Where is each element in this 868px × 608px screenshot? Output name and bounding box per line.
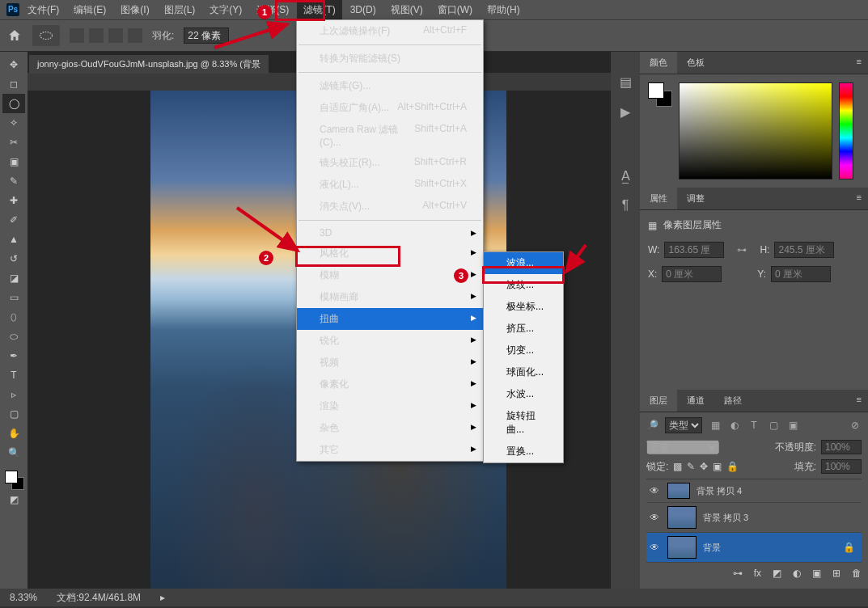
distort-menu-item[interactable]: 旋转扭曲... <box>484 405 563 441</box>
fill-input[interactable] <box>821 459 862 474</box>
filter-menu-item[interactable]: Camera Raw 滤镜(C)...Shift+Ctrl+A <box>297 119 483 152</box>
dodge-tool-icon[interactable]: ⬭ <box>2 327 25 346</box>
distort-menu-item[interactable]: 切变... <box>484 340 563 361</box>
x-input[interactable] <box>662 266 722 282</box>
y-input[interactable] <box>771 266 831 282</box>
filter-toggle-icon[interactable]: ⊘ <box>849 420 862 431</box>
frame-tool-icon[interactable]: ▣ <box>2 152 25 171</box>
filter-adjust-icon[interactable]: ◐ <box>728 420 741 431</box>
adjustment-icon[interactable]: ◐ <box>793 568 801 579</box>
distort-menu-item[interactable]: 水波... <box>484 383 563 405</box>
menu-image[interactable]: 图像(I) <box>114 0 155 20</box>
filter-menu-item[interactable]: 扭曲 <box>297 308 483 330</box>
menu-3d[interactable]: 3D(D) <box>344 1 383 19</box>
distort-menu-item[interactable]: 极坐标... <box>484 296 563 318</box>
selection-new-icon[interactable] <box>70 28 84 43</box>
zoom-tool-icon[interactable]: 🔍 <box>2 443 25 462</box>
feather-input[interactable] <box>184 27 229 44</box>
distort-menu-item[interactable]: 波浪... <box>484 252 563 274</box>
opacity-input[interactable] <box>821 440 862 454</box>
filter-shape-icon[interactable]: ▢ <box>767 420 780 431</box>
new-layer-icon[interactable]: ⊞ <box>832 568 840 579</box>
gradient-tool-icon[interactable]: ▭ <box>2 288 25 307</box>
distort-menu-item[interactable]: 挤压... <box>484 318 563 340</box>
filter-menu-item[interactable]: 镜头校正(R)...Shift+Ctrl+R <box>297 152 483 174</box>
tab-color[interactable]: 颜色 <box>640 52 677 74</box>
filter-menu-item[interactable]: 液化(L)...Shift+Ctrl+X <box>297 174 483 196</box>
path-tool-icon[interactable]: ▹ <box>2 385 25 404</box>
brush-tool-icon[interactable]: ✐ <box>2 210 25 230</box>
filter-menu-item[interactable]: 转换为智能滤镜(S) <box>297 48 483 70</box>
crop-tool-icon[interactable]: ✂ <box>2 133 25 152</box>
distort-menu-item[interactable]: 置换... <box>484 441 563 462</box>
selection-intersect-icon[interactable] <box>128 28 142 43</box>
selection-add-icon[interactable] <box>89 28 104 43</box>
home-icon[interactable] <box>6 27 23 44</box>
layer-row[interactable]: 👁 背景 拷贝 3 <box>646 503 862 533</box>
tab-layers[interactable]: 图层 <box>640 390 677 412</box>
filter-menu-item[interactable]: 自适应广角(A)...Alt+Shift+Ctrl+A <box>297 97 483 119</box>
filter-menu-item[interactable]: 消失点(V)...Alt+Ctrl+V <box>297 196 483 217</box>
distort-menu-item[interactable]: 球面化... <box>484 361 563 383</box>
color-field[interactable] <box>679 82 832 179</box>
status-arrow-icon[interactable]: ▸ <box>160 592 165 603</box>
panel-menu-icon[interactable]: ≡ <box>850 52 868 74</box>
history-brush-tool-icon[interactable]: ↺ <box>2 249 25 268</box>
blend-mode-select[interactable]: 正常 <box>646 440 719 454</box>
menu-edit[interactable]: 编辑(E) <box>67 0 112 20</box>
group-icon[interactable]: ▣ <box>812 568 821 579</box>
lock-artboard-icon[interactable]: ▣ <box>713 461 722 472</box>
distort-menu-item[interactable]: 波纹... <box>484 274 563 296</box>
filter-kind-select[interactable]: 类型 <box>665 417 702 433</box>
history-panel-icon[interactable]: ▤ <box>620 74 632 90</box>
filter-smart-icon[interactable]: ▣ <box>786 420 799 431</box>
eyedropper-tool-icon[interactable]: ✎ <box>2 171 25 191</box>
tab-swatches[interactable]: 色板 <box>677 52 714 74</box>
filter-menu-item[interactable]: 杂色 <box>297 417 483 439</box>
filter-menu-item[interactable]: 上次滤镜操作(F)Alt+Ctrl+F <box>297 20 483 42</box>
menu-help[interactable]: 帮助(H) <box>481 0 527 20</box>
shape-tool-icon[interactable]: ▢ <box>2 404 25 424</box>
filter-pixel-icon[interactable]: ▦ <box>709 420 722 431</box>
quickmask-icon[interactable]: ◩ <box>2 490 25 509</box>
w-input[interactable] <box>664 242 724 258</box>
text-tool-icon[interactable]: T <box>2 365 25 385</box>
heal-tool-icon[interactable]: ✚ <box>2 191 25 210</box>
link-icon[interactable]: ⊶ <box>737 244 747 255</box>
filter-menu-item[interactable]: 其它 <box>297 439 483 461</box>
menu-filter[interactable]: 滤镜(T) <box>297 0 341 20</box>
move-tool-icon[interactable]: ✥ <box>2 55 25 74</box>
wand-tool-icon[interactable]: ✧ <box>2 113 25 133</box>
filter-menu-item[interactable]: 视频 <box>297 352 483 374</box>
lock-transparent-icon[interactable]: ▩ <box>673 461 682 472</box>
tab-channels[interactable]: 通道 <box>677 390 714 412</box>
visibility-icon[interactable]: 👁 <box>648 542 661 553</box>
lock-all-icon[interactable]: 🔒 <box>726 461 739 472</box>
active-tool-icon[interactable] <box>32 25 60 46</box>
foreground-background-colors[interactable] <box>3 469 24 490</box>
tab-paths[interactable]: 路径 <box>714 390 752 412</box>
search-icon[interactable]: 🔎 <box>646 420 658 431</box>
marquee-tool-icon[interactable]: ◻ <box>2 74 25 94</box>
filter-menu-item[interactable]: 锐化 <box>297 330 483 352</box>
link-layers-icon[interactable]: ⊶ <box>733 568 743 579</box>
blur-tool-icon[interactable]: ⬯ <box>2 307 25 327</box>
filter-menu-item[interactable]: 3D <box>297 223 483 243</box>
actions-panel-icon[interactable]: ▶ <box>620 104 630 120</box>
lasso-tool-icon[interactable]: ◯ <box>2 94 25 113</box>
filter-menu-item[interactable]: 模糊画廊 <box>297 286 483 308</box>
panel-menu-icon[interactable]: ≡ <box>850 390 868 412</box>
trash-icon[interactable]: 🗑 <box>852 568 862 579</box>
visibility-icon[interactable]: 👁 <box>648 512 661 523</box>
zoom-value[interactable]: 8.33% <box>10 592 37 603</box>
paragraph-panel-icon[interactable]: ¶ <box>622 198 629 213</box>
hue-slider[interactable] <box>839 82 853 179</box>
document-tab[interactable]: jonny-gios-OudVFouGJmM-unsplash.jpg @ 8.… <box>29 55 269 74</box>
menu-file[interactable]: 文件(F) <box>21 0 66 20</box>
filter-text-icon[interactable]: T <box>747 420 760 431</box>
hand-tool-icon[interactable]: ✋ <box>2 424 25 443</box>
menu-layer[interactable]: 图层(L) <box>158 0 202 20</box>
pen-tool-icon[interactable]: ✒ <box>2 346 25 365</box>
filter-menu-item[interactable]: 风格化 <box>297 243 483 264</box>
mask-icon[interactable]: ◩ <box>773 568 781 579</box>
